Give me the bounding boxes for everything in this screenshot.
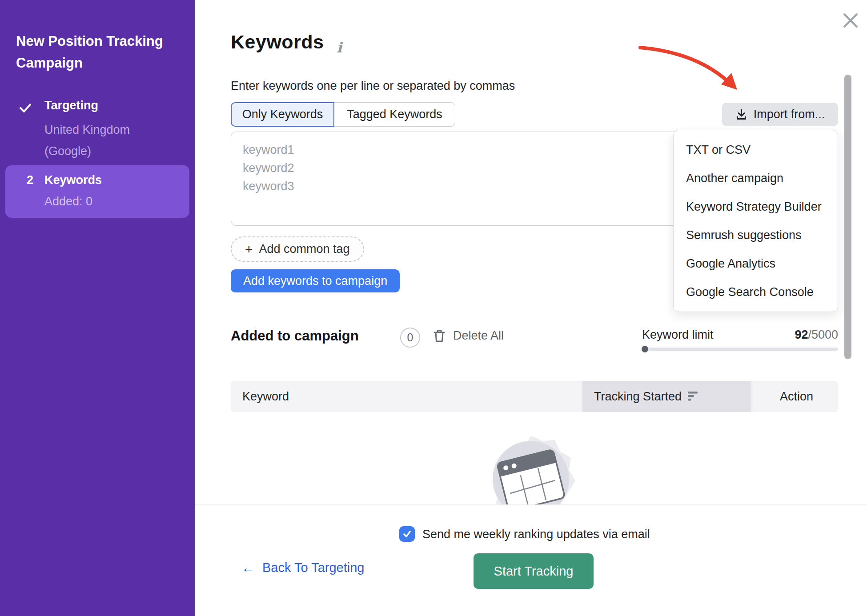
wizard-title: New Position Tracking Campaign xyxy=(16,30,172,74)
back-to-targeting-label: Back To Targeting xyxy=(262,560,364,575)
menu-item-semrush-suggestions[interactable]: Semrush suggestions xyxy=(674,221,838,249)
keyword-limit-used: 92 xyxy=(795,328,808,341)
email-updates-checkbox[interactable] xyxy=(399,526,415,542)
menu-item-another-campaign[interactable]: Another campaign xyxy=(674,164,838,192)
sidebar-step-keywords-sublabel: Added: 0 xyxy=(44,195,92,208)
progress-dot xyxy=(642,346,648,352)
new-position-tracking-modal: New Position Tracking Campaign Targeting… xyxy=(0,0,867,616)
keywords-instruction: Enter keywords one per line or separated… xyxy=(231,79,515,93)
added-count-badge: 0 xyxy=(400,328,420,348)
sidebar-step-targeting[interactable]: Targeting xyxy=(44,99,98,112)
wizard-footer: Send me weekly ranking updates via email… xyxy=(195,504,867,616)
back-arrow-icon: ← xyxy=(241,561,255,574)
info-icon[interactable]: i xyxy=(337,39,342,56)
keywords-table-header: Keyword Tracking Started Action xyxy=(231,381,838,412)
import-from-button[interactable]: Import from... xyxy=(722,103,838,126)
close-icon[interactable] xyxy=(841,11,860,30)
add-common-tag-label: Add common tag xyxy=(259,242,350,256)
step-number: 2 xyxy=(27,173,33,187)
tab-only-keywords[interactable]: Only Keywords xyxy=(231,102,334,127)
delete-all-label: Delete All xyxy=(453,329,504,343)
column-header-tracking-label: Tracking Started xyxy=(594,390,682,404)
sort-descending-icon xyxy=(688,392,699,401)
wizard-sidebar: New Position Tracking Campaign Targeting… xyxy=(0,0,195,616)
column-header-tracking-started[interactable]: Tracking Started xyxy=(582,381,751,412)
check-icon xyxy=(18,100,33,116)
menu-item-txt-csv[interactable]: TXT or CSV xyxy=(674,136,838,164)
sidebar-step-keywords[interactable]: 2 Keywords Added: 0 xyxy=(5,165,189,218)
page-title: Keywords xyxy=(231,31,324,53)
keyword-limit-label: Keyword limit xyxy=(642,328,714,342)
email-updates-label: Send me weekly ranking updates via email xyxy=(422,528,650,541)
download-icon xyxy=(735,108,747,120)
vertical-scrollbar[interactable] xyxy=(844,75,851,359)
menu-item-google-search-console[interactable]: Google Search Console xyxy=(674,278,838,306)
add-keywords-to-campaign-button[interactable]: Add keywords to campaign xyxy=(231,269,400,292)
menu-item-google-analytics[interactable]: Google Analytics xyxy=(674,249,838,278)
plus-icon: + xyxy=(245,242,253,257)
keyword-limit-value: 92/5000 xyxy=(795,328,838,342)
delete-all-button[interactable]: Delete All xyxy=(434,329,504,343)
back-to-targeting-link[interactable]: ← Back To Targeting xyxy=(241,560,364,575)
added-to-campaign-title: Added to campaign xyxy=(231,328,359,344)
add-common-tag-button[interactable]: + Add common tag xyxy=(231,236,364,262)
keyword-mode-tabs: Only Keywords Tagged Keywords xyxy=(231,102,455,127)
import-dropdown-menu: TXT or CSV Another campaign Keyword Stra… xyxy=(673,130,838,312)
tab-tagged-keywords[interactable]: Tagged Keywords xyxy=(334,102,455,127)
column-header-action: Action xyxy=(751,381,838,412)
import-from-label: Import from... xyxy=(754,108,825,121)
sidebar-step-targeting-sublabel: United Kingdom (Google) xyxy=(44,119,149,162)
keyword-limit-total: /5000 xyxy=(808,328,838,341)
trash-icon xyxy=(434,329,445,343)
start-tracking-button[interactable]: Start Tracking xyxy=(474,553,594,589)
menu-item-keyword-strategy-builder[interactable]: Keyword Strategy Builder xyxy=(674,192,838,221)
keyword-limit-progressbar[interactable] xyxy=(642,348,838,351)
checkmark-icon xyxy=(402,529,412,539)
column-header-keyword[interactable]: Keyword xyxy=(231,381,582,412)
sidebar-step-keywords-label: Keywords xyxy=(44,173,102,187)
